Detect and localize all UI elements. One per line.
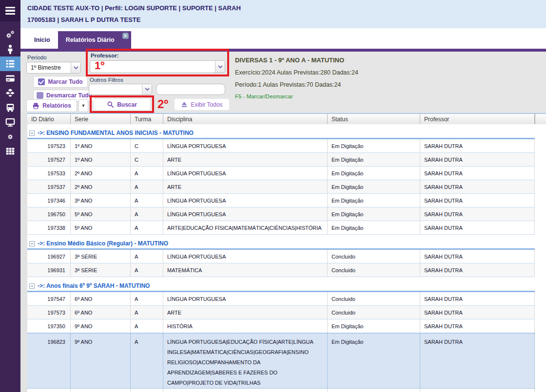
cell-serie: 9º ANO [71, 334, 131, 388]
sidebar-item-diarios-active[interactable] [0, 56, 20, 71]
relatorios-button[interactable]: Relatórios [26, 99, 77, 112]
group-header[interactable]: ->: Anos finais 6º 9º SARAH - MATUTINO [27, 281, 535, 291]
column-header-status[interactable]: Status [328, 114, 420, 124]
chevron-down-icon[interactable] [71, 62, 80, 73]
cell-turma: A [131, 221, 163, 234]
cell-serie: 3º ANO [71, 194, 131, 207]
table-body: ->: ENSINO FUNDAMENTAL ANOS INICIAIS - M… [27, 128, 535, 392]
sidebar-item-monitor[interactable] [0, 115, 20, 130]
cell-id: 197533 [27, 167, 71, 180]
cell-turma: A [131, 250, 163, 263]
relatorios-label: Relatórios [42, 102, 71, 109]
cell-disciplina: HISTÓRIA [163, 389, 328, 392]
table-row[interactable]: 1967505º ANOALÍNGUA PORTUGUESAEm Digitaç… [27, 207, 535, 221]
table-row[interactable]: 1975231º ANOCLÍNGUA PORTUGUESAEm Digitaç… [27, 139, 535, 153]
cell-turma: A [131, 180, 163, 193]
cell-disciplina: ARTE [163, 180, 328, 193]
group-header-label: ->: Anos finais 6º 9º SARAH - MATUTINO [38, 282, 150, 289]
cell-serie: 1º ANO [71, 139, 131, 152]
cell-status: Em Digitação [328, 180, 420, 193]
exibir-todos-button[interactable]: Exibir Todos [175, 99, 229, 110]
table-header-row: ID DiárioSerieTurmaDisciplinaStatusProfe… [27, 113, 546, 124]
tab-close-icon[interactable]: × [122, 33, 129, 39]
sidebar-item-bus[interactable] [0, 100, 20, 115]
cell-turma: A [131, 292, 163, 305]
desmarcar-tudo-label: Desmarcar Tudo [46, 92, 92, 99]
sidebar-item-cogs[interactable] [0, 27, 20, 42]
table-row[interactable]: 1975736º ANOAARTEConcluidoSARAH DUTRA [27, 306, 535, 319]
checked-checkbox-icon[interactable] [38, 78, 45, 85]
chevron-down-icon[interactable] [215, 61, 225, 73]
table-row[interactable]: 1975372º ANOAARTEEm DigitaçãoSARAH DUTRA [27, 180, 535, 194]
table-row[interactable]: 1970349º ANOBHISTÓRIAEm DigitaçãoSARAH D… [27, 389, 535, 392]
hamburger-menu-button[interactable] [0, 0, 20, 21]
diary-info-title: DIVERSAS 1 - 9º ANO A - MATUTINO [235, 56, 358, 64]
cell-disciplina: ARTE|EDUCAÇÃO FÍSICA|MATEMÁTICA|CIÊNCIAS… [163, 221, 328, 234]
table-row[interactable]: 1969273ª SÉRIEALÍNGUA PORTUGUESAConcluid… [27, 250, 535, 263]
tab-relatorios-diario[interactable]: Relatórios Diário × [58, 31, 131, 49]
cell-status: Concluido [328, 250, 420, 263]
cell-professor: SARAH DUTRA [420, 139, 535, 152]
cell-turma: A [131, 306, 163, 319]
table-row[interactable]: 1973509º ANOAHISTÓRIAEm DigitaçãoSARAH D… [27, 319, 535, 333]
diary-info-periodo: Período:1 Aulas Previstas:70 Dadas:24 [235, 81, 358, 88]
chevron-down-icon[interactable] [142, 84, 152, 94]
cell-serie: 5º ANO [71, 207, 131, 221]
diary-info-f5-hint: F5 - Marcar/Desmarcar [235, 93, 358, 99]
cell-turma: A [131, 263, 163, 277]
table-grid-icon [5, 146, 16, 157]
sidebar-item-person[interactable] [0, 42, 20, 56]
sidebar-item-gear[interactable] [0, 130, 20, 144]
table-row-selected[interactable]: 1968239º ANOALÍNGUA PORTUGUESA|EDUCAÇÃO … [27, 333, 535, 389]
cell-status: Em Digitação [328, 334, 420, 388]
group-header[interactable]: ->: ENSINO FUNDAMENTAL ANOS INICIAIS - M… [27, 128, 535, 138]
cell-disciplina: LÍNGUA PORTUGUESA [163, 139, 328, 152]
outros-filtros-input[interactable] [156, 84, 225, 95]
left-gutter [20, 113, 27, 392]
cell-id: 197034 [27, 389, 71, 392]
table-row[interactable]: 1969313ª SÉRIEAMATEMÁTICAConcluidoSARAH … [27, 263, 535, 277]
cell-disciplina: LÍNGUA PORTUGUESA|EDUCAÇÃO FÍSICA|ARTE|L… [163, 334, 328, 388]
table-region: ID DiárioSerieTurmaDisciplinaStatusProfe… [20, 113, 546, 392]
table-row[interactable]: 1975271º ANOCARTEEm DigitaçãoSARAH DUTRA [27, 153, 535, 167]
table-row[interactable]: 1973463º ANOALÍNGUA PORTUGUESAEm Digitaç… [27, 194, 535, 207]
table-row[interactable]: 1975476º ANOALÍNGUA PORTUGUESAConcluidoS… [27, 292, 535, 306]
marcar-tudo-button[interactable]: Marcar Tudo [33, 76, 88, 88]
cell-serie: 2º ANO [71, 167, 131, 180]
cell-professor: SARAH DUTRA [420, 306, 535, 319]
table-row[interactable]: 1973385º ANOAARTE|EDUCAÇÃO FÍSICA|MATEMÁ… [27, 221, 535, 235]
buscar-button[interactable]: Buscar [94, 99, 150, 110]
outros-filtros-select[interactable] [89, 84, 152, 95]
column-header-serie[interactable]: Serie [71, 114, 131, 124]
column-header-id[interactable]: ID Diário [27, 114, 71, 124]
collapse-minus-icon[interactable] [29, 131, 35, 136]
cell-turma: A [131, 334, 163, 388]
cell-professor: SARAH DUTRA [420, 207, 535, 221]
cell-professor: SARAH DUTRA [420, 194, 535, 207]
cell-status: Concluido [328, 292, 420, 305]
column-header-disciplina[interactable]: Disciplina [163, 114, 328, 124]
professor-select[interactable] [90, 60, 225, 73]
diary-info-block: DIVERSAS 1 - 9º ANO A - MATUTINO Exercíc… [235, 56, 358, 99]
cell-professor: SARAH DUTRA [420, 250, 535, 263]
column-header-turma[interactable]: Turma [131, 114, 163, 124]
cell-id: 196931 [27, 263, 71, 277]
cell-disciplina: LÍNGUA PORTUGUESA [163, 167, 328, 180]
collapse-minus-icon[interactable] [29, 241, 35, 246]
periodo-select[interactable]: 1º Bimestre [26, 62, 81, 74]
relatorios-dropdown-arrow[interactable]: ▼ [78, 99, 88, 112]
tab-inicio[interactable]: Início [26, 31, 58, 49]
person-icon [5, 44, 16, 55]
column-header-professor[interactable]: Professor [420, 114, 535, 124]
table-row[interactable]: 1975332º ANOALÍNGUA PORTUGUESAEm Digitaç… [27, 167, 535, 180]
unchecked-checkbox-icon[interactable] [37, 92, 43, 99]
sidebar-item-box[interactable] [0, 86, 20, 100]
marcar-tudo-label: Marcar Tudo [48, 78, 82, 85]
sidebar-item-card[interactable] [0, 71, 20, 86]
collapse-minus-icon[interactable] [29, 283, 35, 289]
cell-serie: 5º ANO [71, 221, 131, 234]
cell-status: Em Digitação [328, 207, 420, 221]
group-header[interactable]: ->: Ensino Médio Básico (Regular) - MATU… [27, 239, 535, 248]
cell-status: Em Digitação [328, 139, 420, 152]
sidebar-item-grid[interactable] [0, 144, 20, 159]
